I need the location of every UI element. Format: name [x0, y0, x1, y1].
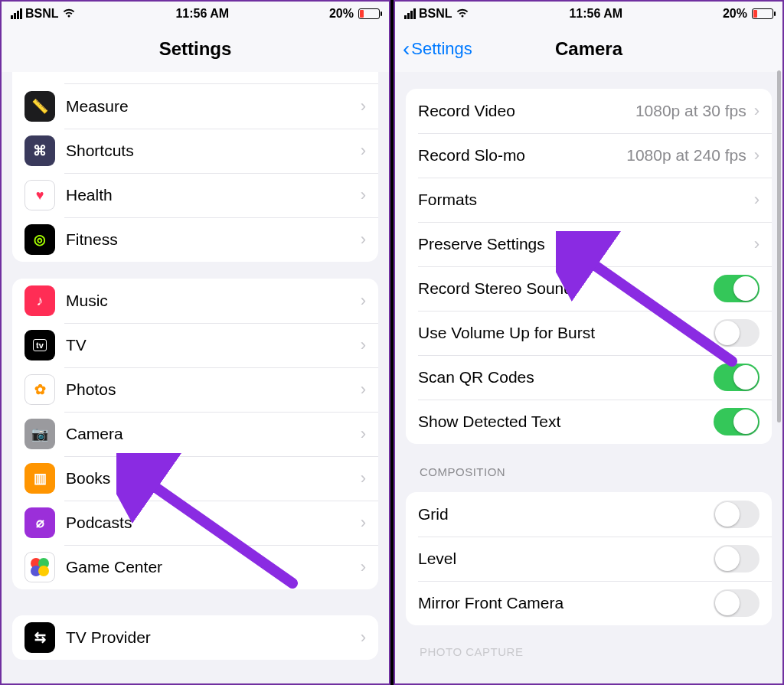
scrollbar[interactable] [777, 70, 781, 422]
chevron-right-icon: › [361, 424, 366, 444]
settings-row-game-center[interactable]: Game Center› [12, 545, 378, 589]
health-icon: ♥ [24, 180, 55, 210]
grid-switch[interactable] [714, 501, 760, 528]
row-label: Books [66, 469, 361, 488]
row-label: TV Provider [66, 628, 361, 647]
chevron-right-icon: › [754, 145, 760, 165]
settings-row-podcasts[interactable]: ⌀Podcasts› [12, 501, 378, 545]
settings-row-preserve-settings[interactable]: Preserve Settings› [406, 222, 772, 266]
chevron-right-icon: › [361, 380, 366, 400]
clock-label: 11:56 AM [569, 7, 622, 21]
row-label: Show Detected Text [418, 413, 714, 431]
settings-row-formats[interactable]: Formats› [406, 178, 772, 222]
mirror-front-camera-switch[interactable] [714, 589, 760, 617]
game-center-icon [24, 552, 55, 582]
record-stereo-sound-switch[interactable] [714, 275, 760, 302]
chevron-right-icon: › [361, 230, 366, 250]
row-label: Measure [66, 97, 361, 116]
settings-row-record-stereo-sound: Record Stereo Sound [406, 266, 772, 311]
clock-label: 11:56 AM [175, 7, 229, 21]
row-label: Scan QR Codes [418, 368, 714, 387]
settings-row-music[interactable]: ♪Music› [12, 279, 378, 323]
row-label: Mirror Front Camera [418, 594, 714, 612]
settings-group-media: ♪Music›tvTV›✿Photos›📷Camera›▥Books›⌀Podc… [12, 279, 378, 589]
row-label: Level [418, 550, 714, 568]
row-label: Formats [418, 191, 754, 209]
row-label: Podcasts [66, 514, 361, 532]
carrier-label: BSNL [419, 7, 452, 21]
podcasts-icon: ⌀ [24, 507, 55, 538]
use-volume-up-for-burst-switch[interactable] [714, 319, 760, 347]
settings-row-measure[interactable]: 📏Measure› [12, 84, 378, 129]
settings-row-tv[interactable]: tvTV› [12, 323, 378, 367]
row-value: 1080p at 240 fps [626, 146, 746, 165]
settings-row-scan-qr-codes: Scan QR Codes [406, 355, 772, 400]
chevron-left-icon: ‹ [403, 38, 410, 60]
settings-row-grid: Grid [406, 492, 772, 537]
chevron-right-icon: › [361, 96, 366, 116]
carrier-label: BSNL [25, 7, 59, 21]
row-label: Record Slo-mo [418, 146, 626, 165]
chevron-right-icon: › [361, 335, 366, 355]
status-bar: BSNL 11:56 AM 20% [2, 2, 389, 26]
row-label: Camera [66, 425, 361, 443]
battery-icon [752, 8, 773, 19]
row-label: Record Video [418, 102, 635, 120]
signal-icon [404, 8, 416, 19]
section-header-composition: Composition [406, 444, 772, 484]
settings-group-provider: ⇆TV Provider› [12, 615, 378, 660]
settings-row-tv-provider[interactable]: ⇆TV Provider› [12, 615, 378, 660]
photos-icon: ✿ [24, 374, 55, 405]
row-label: Use Volume Up for Burst [418, 324, 714, 342]
chevron-right-icon: › [361, 141, 366, 161]
settings-row-record-video[interactable]: Record Video1080p at 30 fps› [406, 89, 772, 133]
row-label: Grid [418, 505, 714, 524]
chevron-right-icon: › [361, 468, 366, 488]
settings-row-record-slo-mo[interactable]: Record Slo-mo1080p at 240 fps› [406, 133, 772, 178]
nav-bar: ‹ Settings Camera [395, 26, 782, 72]
battery-percent: 20% [329, 7, 354, 21]
settings-row-level: Level [406, 537, 772, 581]
chevron-right-icon: › [754, 101, 760, 121]
row-label: Record Stereo Sound [418, 279, 714, 298]
settings-content: 📏Measure›⌘Shortcuts›♥Health›◎Fitness› ♪M… [2, 72, 389, 675]
row-label: Music [66, 292, 361, 310]
measure-icon: 📏 [24, 91, 55, 122]
scan-qr-codes-switch[interactable] [714, 364, 760, 391]
settings-row-camera[interactable]: 📷Camera› [12, 412, 378, 456]
chevron-right-icon: › [361, 557, 366, 577]
page-title: Settings [159, 38, 232, 60]
camera-content: Record Video1080p at 30 fps›Record Slo-m… [395, 72, 782, 674]
row-value: 1080p at 30 fps [635, 102, 746, 120]
camera-icon: 📷 [24, 419, 55, 449]
settings-screen: BSNL 11:56 AM 20% Settings 📏Measure›⌘Sho… [0, 0, 390, 685]
show-detected-text-switch[interactable] [714, 408, 760, 435]
row-label: Game Center [66, 558, 361, 576]
page-title: Camera [555, 38, 622, 60]
tv-icon: tv [24, 330, 55, 360]
row-label: Preserve Settings [418, 235, 754, 253]
settings-row-health[interactable]: ♥Health› [12, 173, 378, 217]
settings-group-partial: 📏Measure›⌘Shortcuts›♥Health›◎Fitness› [12, 72, 378, 262]
status-bar: BSNL 11:56 AM 20% [395, 2, 782, 26]
signal-icon [11, 8, 22, 19]
settings-row-fitness[interactable]: ◎Fitness› [12, 217, 378, 262]
battery-icon [358, 8, 380, 19]
battery-percent: 20% [723, 7, 747, 21]
wifi-icon [62, 8, 76, 21]
wifi-icon [456, 8, 469, 21]
back-button[interactable]: ‹ Settings [403, 38, 472, 60]
row-label: Shortcuts [66, 142, 361, 160]
books-icon: ▥ [24, 463, 55, 494]
chevron-right-icon: › [361, 291, 366, 311]
settings-row-shortcuts[interactable]: ⌘Shortcuts› [12, 129, 378, 173]
level-switch[interactable] [714, 545, 760, 572]
row-label: TV [66, 336, 361, 354]
row-label: Photos [66, 380, 361, 399]
settings-row-books[interactable]: ▥Books› [12, 456, 378, 501]
fitness-icon: ◎ [24, 224, 55, 255]
chevron-right-icon: › [754, 190, 760, 210]
settings-row-mirror-front-camera: Mirror Front Camera [406, 581, 772, 625]
tv-provider-icon: ⇆ [24, 622, 55, 653]
settings-row-photos[interactable]: ✿Photos› [12, 367, 378, 412]
